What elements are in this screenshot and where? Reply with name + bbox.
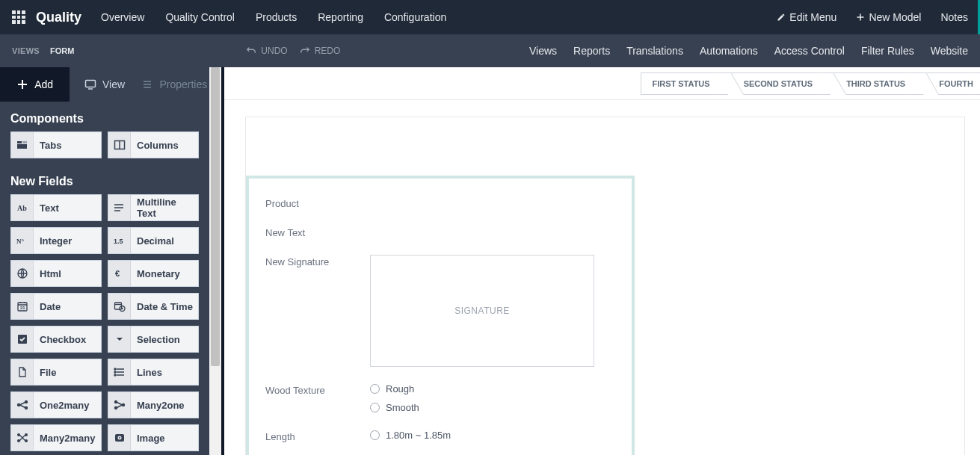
field-product[interactable]: Product (265, 196, 615, 209)
field-monetary[interactable]: €Monetary (108, 260, 199, 287)
field-new-text[interactable]: New Text (265, 226, 615, 238)
radio-length-1[interactable]: 1.80m ~ 1.85m (370, 430, 451, 441)
subnav-reports[interactable]: Reports (573, 45, 610, 57)
undo-icon (246, 46, 256, 56)
plus-icon (856, 12, 865, 21)
label-wood-texture: Wood Texture (265, 383, 370, 396)
datetime-icon (108, 294, 131, 319)
component-tabs[interactable]: Tabs (10, 131, 102, 158)
subnav-access-control[interactable]: Access Control (774, 45, 845, 57)
form-group-highlight[interactable]: Product New Text New Signature SIGNATURE… (246, 176, 635, 455)
sidebar-scrollbar[interactable] (209, 67, 221, 455)
field-integer[interactable]: N°Integer (10, 227, 102, 254)
status-first[interactable]: FIRST STATUS (641, 72, 723, 95)
svg-point-27 (25, 440, 27, 442)
field-many2many[interactable]: Many2many (10, 424, 102, 451)
field-selection[interactable]: Selection (108, 326, 199, 353)
field-label: Multiline Text (131, 196, 198, 219)
menu-overview[interactable]: Overview (101, 11, 144, 23)
field-checkbox[interactable]: Checkbox (10, 326, 102, 353)
field-signature[interactable]: New Signature SIGNATURE (265, 255, 615, 367)
subnav-website[interactable]: Website (931, 45, 968, 57)
breadcrumb-views[interactable]: VIEWS (12, 46, 40, 55)
status-bar: FIRST STATUS SECOND STATUS THIRD STATUS … (224, 67, 980, 100)
tab-properties[interactable]: Properties (140, 67, 209, 102)
menu-quality-control[interactable]: Quality Control (165, 11, 235, 23)
form-sheet-outline: Product New Text New Signature SIGNATURE… (245, 117, 965, 455)
main: Add View Properties Components Tabs (0, 67, 980, 455)
undo-button[interactable]: UNDO (246, 46, 287, 56)
new-model-link[interactable]: New Model (856, 11, 921, 23)
file-icon (11, 359, 34, 385)
field-wood-texture[interactable]: Wood Texture Rough Smooth (265, 383, 615, 413)
field-label: File (34, 367, 56, 378)
field-multiline[interactable]: Multiline Text (108, 194, 199, 221)
redo-button[interactable]: REDO (300, 46, 341, 56)
selection-icon (108, 326, 131, 352)
image-icon (108, 425, 131, 451)
components-grid: Tabs Columns (0, 131, 209, 164)
menu-configuration[interactable]: Configuration (384, 11, 446, 23)
many2one-icon (108, 392, 131, 418)
monetary-icon: € (108, 261, 131, 286)
svg-point-19 (25, 401, 27, 403)
checkbox-icon (11, 326, 34, 352)
field-length[interactable]: Length 1.80m ~ 1.85m (265, 430, 615, 442)
radio-smooth[interactable]: Smooth (370, 402, 419, 413)
radio-rough[interactable]: Rough (370, 383, 419, 394)
svg-point-17 (114, 374, 116, 376)
app-brand[interactable]: Quality (36, 10, 81, 25)
field-lines[interactable]: Lines (108, 359, 199, 386)
svg-rect-12 (114, 303, 121, 309)
breadcrumb-form: FORM (50, 46, 74, 55)
tab-view[interactable]: View (70, 67, 139, 102)
tab-add[interactable]: Add (0, 67, 70, 102)
status-steps: FIRST STATUS SECOND STATUS THIRD STATUS … (641, 72, 980, 95)
field-label: Many2many (34, 433, 95, 444)
sub-bar: VIEWS FORM UNDO REDO Views Reports Trans… (0, 34, 980, 67)
field-decimal[interactable]: 1.5Decimal (108, 227, 199, 254)
subnav-automations[interactable]: Automations (700, 45, 758, 57)
component-columns[interactable]: Columns (108, 131, 199, 158)
field-date[interactable]: 21Date (10, 293, 102, 320)
field-label: Date & Time (131, 301, 193, 312)
field-file[interactable]: File (10, 359, 102, 386)
field-label: Monetary (131, 268, 180, 279)
decimal-icon: 1.5 (108, 228, 131, 253)
multiline-icon (108, 195, 131, 220)
edit-menu-link[interactable]: Edit Menu (777, 11, 836, 23)
notes-link[interactable]: Notes (940, 11, 968, 23)
field-html[interactable]: Html (10, 260, 102, 287)
field-label: Html (34, 268, 61, 279)
sidebar-tabs: Add View Properties (0, 67, 209, 102)
field-text[interactable]: AbText (10, 194, 102, 221)
svg-rect-0 (85, 81, 95, 87)
svg-point-18 (17, 404, 19, 406)
field-many2one[interactable]: Many2one (108, 391, 199, 418)
field-label: Integer (34, 235, 72, 247)
signature-box[interactable]: SIGNATURE (370, 255, 594, 367)
field-image[interactable]: Image (108, 424, 199, 451)
apps-icon[interactable] (12, 10, 25, 24)
redo-icon (300, 46, 310, 56)
many2many-icon (11, 425, 34, 451)
svg-point-23 (114, 407, 117, 409)
svg-point-21 (122, 404, 124, 406)
date-icon: 21 (11, 294, 34, 319)
subnav-views[interactable]: Views (529, 45, 557, 57)
subnav-filter-rules[interactable]: Filter Rules (861, 45, 914, 57)
field-datetime[interactable]: Date & Time (108, 293, 199, 320)
svg-point-16 (114, 371, 116, 373)
subnav-translations[interactable]: Translations (626, 45, 683, 57)
menu-products[interactable]: Products (256, 11, 297, 23)
section-newfields-title: New Fields (0, 164, 209, 194)
label-new-text: New Text (265, 226, 370, 238)
text-icon: Ab (11, 195, 34, 220)
svg-rect-1 (17, 141, 22, 143)
radio-icon (370, 384, 380, 394)
menu-reporting[interactable]: Reporting (318, 11, 363, 23)
plus-icon (16, 78, 28, 90)
field-one2many[interactable]: One2many (10, 391, 102, 418)
lines-icon (108, 359, 131, 385)
svg-text:1.5: 1.5 (114, 238, 123, 245)
